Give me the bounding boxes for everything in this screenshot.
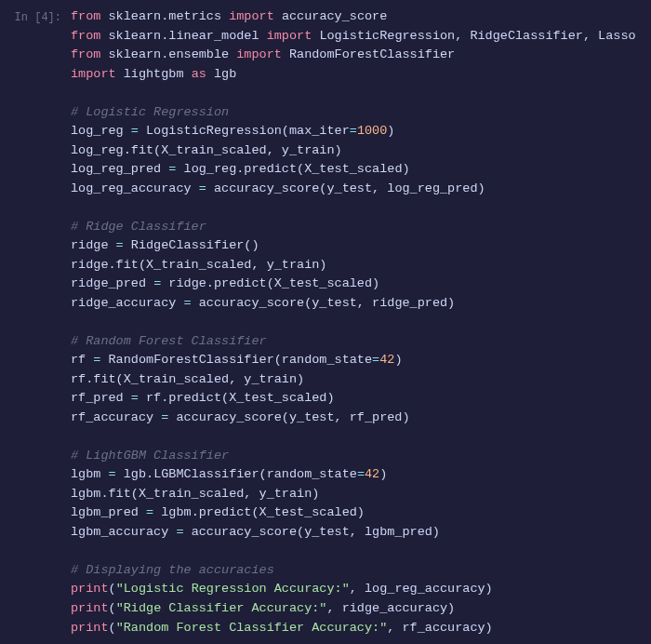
code-text: (	[109, 621, 116, 635]
code-text: rf.predict(X_test_scaled)	[139, 391, 335, 405]
keyword-from: from	[71, 9, 100, 23]
code-text: lgbm	[71, 467, 109, 481]
import-names: accuracy_score	[282, 9, 387, 23]
operator-eq: =	[372, 353, 379, 367]
code-text: lgbm_accuracy	[71, 525, 176, 539]
code-text: log_reg_accuracy	[71, 181, 199, 195]
code-text: rf.fit(X_train_scaled, y_train)	[71, 372, 304, 386]
comment: # Ridge Classifier	[71, 220, 206, 234]
number-literal: 1000	[357, 124, 387, 138]
alias: lgb	[214, 67, 236, 81]
code-text: ridge.predict(X_test_scaled)	[161, 276, 379, 290]
operator-eq: =	[131, 391, 139, 405]
code-input[interactable]: from sklearn.metrics import accuracy_sco…	[71, 7, 645, 637]
string-literal: "Random Forest Classifier Accuracy:"	[116, 621, 388, 635]
import-names: RandomForestClassifier	[289, 47, 455, 61]
code-text: ridge.fit(X_train_scaled, y_train)	[71, 258, 326, 272]
code-text: accuracy_score(y_test, log_reg_pred)	[206, 181, 485, 195]
module-path: sklearn.ensemble	[109, 47, 230, 61]
operator-eq: =	[184, 296, 192, 310]
code-text: accuracy_score(y_test, ridge_pred)	[192, 296, 456, 310]
code-text: RandomForestClassifier(random_state	[100, 353, 372, 367]
code-text: lgbm.fit(X_train_scaled, y_train)	[71, 487, 319, 501]
operator-eq: =	[357, 467, 365, 481]
code-text: log_reg.predict(X_test_scaled)	[176, 162, 409, 176]
code-text: LogisticRegression(max_iter	[139, 124, 350, 138]
builtin-print: print	[71, 601, 109, 615]
code-text: RidgeClassifier()	[124, 238, 259, 252]
comment: # Random Forest Classifier	[71, 334, 267, 348]
operator-eq: =	[109, 467, 116, 481]
operator-eq: =	[116, 238, 124, 252]
code-text: (	[109, 582, 116, 596]
number-literal: 42	[365, 467, 379, 481]
module-path: sklearn.metrics	[109, 9, 222, 23]
code-text: ridge_pred	[71, 276, 153, 290]
input-prompt: In [4]:	[6, 7, 71, 637]
number-literal: 42	[379, 353, 394, 367]
code-text: log_reg.fit(X_train_scaled, y_train)	[71, 143, 342, 157]
code-text: rf	[71, 353, 93, 367]
code-text: (	[109, 601, 116, 615]
keyword-import: import	[71, 67, 116, 81]
code-text: lgbm.predict(X_test_scaled)	[153, 505, 365, 519]
code-text: accuracy_score(y_test, rf_pred)	[168, 410, 409, 424]
code-text: lgbm_pred	[71, 505, 146, 519]
keyword-import: import	[267, 29, 312, 43]
keyword-import: import	[236, 47, 282, 61]
comment: # Logistic Regression	[71, 105, 229, 119]
code-text: ridge	[71, 238, 116, 252]
builtin-print: print	[71, 582, 109, 596]
module-path: lightgbm	[124, 67, 184, 81]
code-text: , rf_accuracy)	[387, 621, 492, 635]
operator-eq: =	[199, 181, 206, 195]
code-text: rf_pred	[71, 391, 131, 405]
code-text: log_reg	[71, 124, 131, 138]
code-text: , log_reg_accuracy)	[350, 582, 493, 596]
comment: # Displaying the accuracies	[71, 563, 274, 577]
operator-eq: =	[131, 124, 139, 138]
keyword-from: from	[71, 29, 100, 43]
code-text: lgb.LGBMClassifier(random_state	[116, 467, 357, 481]
keyword-import: import	[229, 9, 274, 23]
code-text: accuracy_score(y_test, lgbm_pred)	[184, 525, 440, 539]
module-path: sklearn.linear_model	[109, 29, 259, 43]
import-names: LogisticRegression, RidgeClassifier, Las…	[319, 29, 635, 43]
operator-eq: =	[350, 124, 357, 138]
code-text: rf_accuracy	[71, 410, 161, 424]
comment: # LightGBM Classifier	[71, 449, 229, 463]
code-text: )	[379, 467, 387, 481]
operator-eq: =	[146, 505, 153, 519]
builtin-print: print	[71, 621, 109, 635]
keyword-as: as	[192, 67, 206, 81]
notebook-cell: In [4]: from sklearn.metrics import accu…	[0, 0, 651, 644]
operator-eq: =	[176, 525, 183, 539]
code-text: , ridge_accuracy)	[326, 601, 455, 615]
code-text: log_reg_pred	[71, 162, 168, 176]
code-text: )	[394, 353, 402, 367]
code-text: ridge_accuracy	[71, 296, 184, 310]
keyword-from: from	[71, 47, 100, 61]
code-text: )	[387, 124, 394, 138]
string-literal: "Ridge Classifier Accuracy:"	[116, 601, 327, 615]
string-literal: "Logistic Regression Accuracy:"	[116, 582, 350, 596]
